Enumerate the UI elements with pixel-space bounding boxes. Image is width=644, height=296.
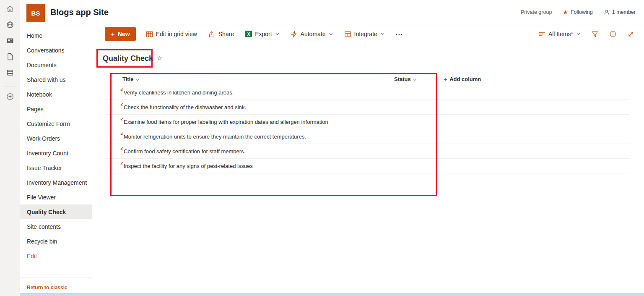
table-row[interactable]: Monitor refrigeration units to ensure th… [105,129,630,144]
sidebar-item-conversations[interactable]: Conversations [20,43,92,58]
item-link-arrow-icon [119,117,124,121]
grid-icon [146,31,153,38]
list-header: Title Status + Add column [105,73,630,85]
chevron-down-icon [275,33,279,35]
members-button[interactable]: 1 member [604,9,636,15]
list-rows: Verify cleanliness in kitchen and dining… [105,85,630,173]
sidebar-item-documents[interactable]: Documents [20,58,92,72]
item-link-arrow-icon [119,102,124,107]
site-title[interactable]: Blogs app Site [50,0,109,24]
following-button[interactable]: ★ Following [563,9,592,15]
column-header-title[interactable]: Title [122,73,140,85]
expand-fullscreen-icon[interactable] [628,31,634,37]
sidebar-item-notebook[interactable]: Notebook [20,87,92,102]
sidebar-item-pages[interactable]: Pages [20,102,92,116]
app-rail [0,0,20,296]
sidebar-item-recycle-bin[interactable]: Recycle bin [20,234,92,249]
integrate-icon [344,31,351,38]
view-list-icon [539,31,545,37]
table-row[interactable]: Examine food items for proper labeling w… [105,115,630,129]
add-column-button[interactable]: + Add column [444,73,481,85]
sidebar-item-work-orders[interactable]: Work Orders [20,131,92,146]
item-link-arrow-icon [119,132,124,136]
integrate-button[interactable]: Integrate [344,31,384,38]
plus-icon: + [111,31,115,38]
overflow-menu-button[interactable]: ··· [396,31,403,38]
new-button[interactable]: + New [105,27,136,41]
sidebar-item-inventory-count[interactable]: Inventory Count [20,146,92,160]
library-icon[interactable] [6,68,14,77]
star-filled-icon: ★ [563,9,568,15]
filter-button[interactable] [592,31,598,37]
list-title: Quality Check [103,54,153,63]
privacy-label: Private group [521,9,552,15]
header-meta: Private group ★ Following 1 member [521,0,636,24]
view-selector[interactable]: All Items* [539,31,580,37]
table-row[interactable]: Inspect the facility for any signs of pe… [105,159,630,173]
sidebar-item-site-contents[interactable]: Site contents [20,219,92,234]
edit-in-grid-view-button[interactable]: Edit in grid view [146,31,197,38]
globe-icon[interactable] [6,21,14,29]
chevron-down-icon [381,33,384,35]
excel-icon: X [245,31,252,37]
item-link-arrow-icon [119,161,124,165]
table-row[interactable]: Check the functionality of the dishwashe… [105,100,630,115]
news-icon[interactable] [6,37,14,45]
chevron-down-icon [329,33,333,35]
sidebar-item-inventory-management[interactable]: Inventory Management [20,175,92,190]
table-row[interactable]: Confirm food safety certification for st… [105,144,630,159]
favorite-star-icon[interactable]: ☆ [157,55,162,62]
site-header: BS Blogs app Site Private group ★ Follow… [20,0,644,24]
sidebar-item-customize-form[interactable]: Customize Form [20,116,92,131]
automate-button[interactable]: Automate [291,31,333,38]
chevron-down-icon [413,76,417,82]
item-link-arrow-icon [119,147,124,151]
rail-divider [5,86,16,86]
sidebar-item-issue-tracker[interactable]: Issue Tracker [20,160,92,175]
document-icon[interactable] [6,52,14,61]
annotation-box-title: Quality Check ☆ [96,49,153,68]
site-logo[interactable]: BS [26,4,45,22]
sidebar-item-quality-check[interactable]: Quality Check [20,204,92,219]
chevron-down-icon [576,33,580,35]
create-icon[interactable] [6,92,14,101]
side-nav: Home Conversations Documents Shared with… [20,24,92,296]
export-button[interactable]: X Export [245,31,279,37]
sidebar-item-home[interactable]: Home [20,28,92,43]
plus-icon: + [444,76,447,83]
chevron-down-icon [136,76,140,82]
person-icon [604,9,610,15]
item-link-arrow-icon [119,88,124,92]
horizontal-scrollbar[interactable] [20,293,644,296]
share-icon [208,31,216,38]
column-header-status[interactable]: Status [394,73,417,85]
flow-lightning-icon [291,31,298,38]
main-content: + New Edit in grid view Share X Export [92,24,644,296]
home-icon[interactable] [6,5,14,13]
table-row[interactable]: Verify cleanliness in kitchen and dining… [105,85,630,100]
sidebar-item-file-viewer[interactable]: File Viewer [20,190,92,204]
sidebar-item-shared-with-us[interactable]: Shared with us [20,72,92,87]
sidebar-item-edit[interactable]: Edit [20,249,92,263]
share-button[interactable]: Share [208,31,234,38]
info-button[interactable] [610,31,616,37]
command-bar: + New Edit in grid view Share X Export [92,24,644,44]
